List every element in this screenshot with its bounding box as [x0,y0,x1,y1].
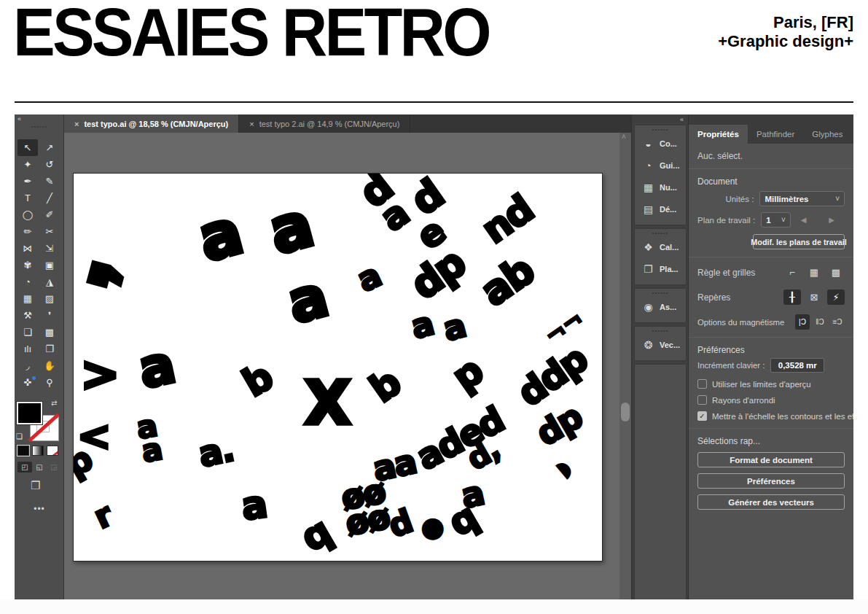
artboard[interactable]: ❜ a a a d a d e nd dp ab a [73,173,603,561]
artwork-glyph[interactable]: a [439,309,468,346]
artwork-glyph[interactable]: a [134,338,178,396]
draw-inside-button[interactable]: ◲ [47,462,61,473]
artwork-glyph[interactable]: a [263,193,317,263]
canvas-pasteboard[interactable]: ❜ a a a d a d e nd dp ab a [64,133,619,599]
draw-normal-button[interactable]: ◰ [17,462,32,473]
collapse-toolbar-icon[interactable]: « [17,115,21,123]
scroll-up-icon[interactable]: ˄ [622,133,626,141]
dock-drag-handle[interactable]: •••••• [635,290,686,296]
swap-fill-stroke-icon[interactable]: ⇄ [51,399,57,407]
gradient-fill-button[interactable] [32,446,44,456]
artwork-glyph[interactable]: ab [474,250,541,313]
artwork-glyph[interactable]: a. [195,431,236,473]
tool-button[interactable]: ⋈ [17,240,38,257]
dock-panel-button[interactable]: ◔ Gui... [635,155,686,176]
scrollbar-thumb[interactable] [621,403,630,421]
rulers-toggle-icon[interactable]: ⌐ [783,265,801,280]
tool-button[interactable]: ✦ [17,156,38,173]
snap-toggle-icon[interactable]: ≡Ɔ [830,314,845,330]
fill-swatch-black[interactable] [17,402,42,424]
close-icon[interactable]: × [249,120,254,128]
tool-button[interactable]: ⇲ [39,240,60,257]
tool-button[interactable]: ✜ [17,374,38,391]
tool-button[interactable]: ✾ [17,257,38,273]
none-fill-button[interactable] [47,446,58,456]
color-fill-button[interactable] [17,446,29,456]
guides-toggle-icon[interactable]: ⚡ [827,289,845,305]
tool-button[interactable]: ▩ [39,324,60,341]
document-tab[interactable]: × test typo 2.ai @ 14,9 % (CMJN/Aperçu) [239,114,410,133]
artboard-nav-arrows[interactable]: ◀ ▶ [801,216,845,224]
tool-button[interactable]: ▨ [39,290,60,307]
tool-button[interactable]: T [17,190,38,206]
tool-button[interactable]: ✋ [39,357,60,374]
tool-button[interactable]: ✐ [39,206,60,223]
tool-button[interactable]: ◮ [39,273,60,290]
tool-button[interactable]: ✎ [39,173,60,190]
guides-toggle-icon[interactable]: ⊠ [805,289,823,305]
artwork-glyph[interactable]: d [384,505,415,543]
rulers-toggle-icon[interactable]: ▦ [805,265,823,280]
artwork-glyph[interactable]: b [237,357,278,403]
snap-toggle-icon[interactable]: ‖Ɔ [813,314,827,330]
tool-button[interactable]: ılı [17,341,38,357]
tool-button[interactable]: ⚲ [39,374,60,391]
artwork-glyph[interactable]: dp [404,242,472,306]
tool-button[interactable]: ▦ [17,290,38,307]
tool-button[interactable]: ❜ [39,307,60,324]
tool-button[interactable]: ◞ [17,357,38,374]
guides-toggle-icon[interactable]: ╂ [783,289,801,305]
toolbar-drag-handle[interactable]: •••••• [15,123,64,130]
artwork-glyph[interactable]: a [239,485,268,526]
artwork-glyph[interactable]: ddp [512,340,593,412]
canvas-scrollbar[interactable]: ˄ [619,133,631,599]
dock-panel-button[interactable]: ▦ Nu... [635,176,686,198]
artwork-glyph[interactable]: ❜ [79,257,170,306]
tool-button[interactable]: ▣ [39,257,60,273]
checkbox[interactable]: ✓ [697,411,707,421]
artwork-glyph[interactable]: a [139,434,164,467]
tool-button[interactable]: ❏ [17,324,38,341]
panel-tab[interactable]: Pathfinder [748,125,803,144]
checkbox[interactable] [697,379,707,389]
tool-button[interactable]: ╱ [39,190,60,206]
dock-drag-handle[interactable]: •••••• [635,127,686,133]
tool-button[interactable]: ✂ [39,223,60,240]
tool-button[interactable]: ⚒ [17,307,38,324]
dock-panel-button[interactable]: ❂ Vec... [635,334,686,356]
collapse-dock-icon[interactable]: « [680,116,684,123]
quick-action-button[interactable]: Générer des vecteurs [697,494,845,510]
artwork-glyph[interactable]: a [282,268,332,332]
artwork-glyph[interactable]: q [295,512,336,558]
artboard-dropdown[interactable]: 1 ˅ [761,212,791,228]
artwork-glyph[interactable]: nd [475,190,539,250]
artwork-glyph[interactable]: r [90,499,117,534]
artwork-glyph[interactable]: a [407,307,436,344]
keyboard-increment-input[interactable]: 0,3528 mr [770,358,824,373]
document-tab[interactable]: × test typo.ai @ 18,58 % (CMJN/Aperçu) [64,114,239,133]
tool-button[interactable]: ↖ [17,139,38,156]
dock-panel-button[interactable]: ❖ Cal... [635,236,686,258]
checkbox[interactable] [697,395,707,405]
tool-button[interactable]: ↗ [39,139,60,156]
rulers-toggle-icon[interactable]: ▩ [827,265,845,280]
tool-button[interactable]: ✒ [17,173,38,190]
dock-panel-button[interactable]: ◉ As... [635,296,686,318]
draw-behind-button[interactable]: ◱ [32,462,47,473]
quick-action-button[interactable]: Format de document [697,452,845,467]
panel-tab[interactable]: Glyphes [803,125,851,144]
default-fill-stroke-icon[interactable]: ❏ [16,432,23,440]
artwork-glyph[interactable]: p [446,351,489,397]
dock-panel-button[interactable]: ◒ Co... [635,133,686,155]
tool-button[interactable]: ✏ [17,223,38,240]
artwork-glyph[interactable]: a [375,194,415,237]
artwork-glyph[interactable]: a [353,259,386,298]
tool-button[interactable]: ◔ [17,273,38,290]
artwork-glyph[interactable]: øø [343,500,392,540]
screen-mode-button[interactable]: ❐ [31,479,40,492]
artwork-glyph[interactable]: > [80,351,117,397]
panel-tab[interactable]: Propriétés [689,125,748,144]
artwork-glyph[interactable]: a [192,201,246,271]
units-dropdown[interactable]: Millimètres ˅ [759,191,845,206]
dock-panel-button[interactable]: ▤ Dé... [635,198,686,220]
